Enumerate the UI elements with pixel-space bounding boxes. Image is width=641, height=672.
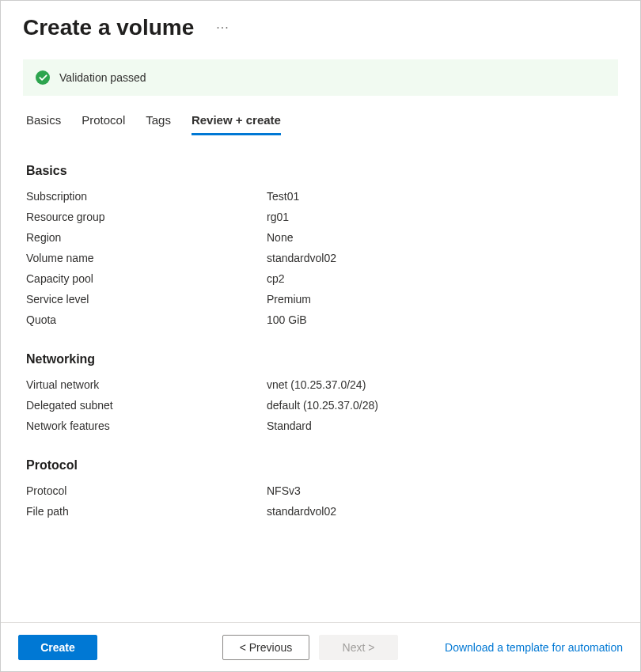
value-resource-group: rg01: [267, 211, 289, 223]
row-file-path: File path standardvol02: [26, 501, 615, 522]
row-protocol: Protocol NFSv3: [26, 480, 615, 501]
label-service-level: Service level: [26, 293, 267, 306]
value-virtual-network: vnet (10.25.37.0/24): [267, 378, 366, 391]
check-circle-icon: [36, 70, 50, 85]
section-title-basics: Basics: [26, 164, 615, 178]
row-quota: Quota 100 GiB: [26, 309, 615, 330]
label-protocol: Protocol: [26, 484, 267, 497]
value-service-level: Premium: [267, 293, 311, 306]
download-template-link[interactable]: Download a template for automation: [445, 641, 623, 654]
value-region: None: [267, 231, 293, 244]
page-title: Create a volume: [23, 15, 194, 40]
row-subscription: Subscription Test01: [26, 186, 615, 207]
label-virtual-network: Virtual network: [26, 378, 267, 391]
label-resource-group: Resource group: [26, 211, 267, 223]
value-network-features: Standard: [267, 420, 312, 432]
label-file-path: File path: [26, 505, 267, 518]
tab-bar: Basics Protocol Tags Review + create: [1, 96, 640, 135]
label-quota: Quota: [26, 313, 267, 326]
label-delegated-subnet: Delegated subnet: [26, 399, 267, 412]
validation-message: Validation passed: [59, 71, 146, 84]
value-capacity-pool: cp2: [267, 272, 285, 285]
row-delegated-subnet: Delegated subnet default (10.25.37.0/28): [26, 395, 615, 416]
value-delegated-subnet: default (10.25.37.0/28): [267, 399, 378, 412]
label-volume-name: Volume name: [26, 252, 267, 264]
value-protocol: NFSv3: [267, 484, 301, 497]
value-file-path: standardvol02: [267, 505, 336, 518]
row-virtual-network: Virtual network vnet (10.25.37.0/24): [26, 374, 615, 395]
validation-banner: Validation passed: [23, 59, 618, 96]
row-capacity-pool: Capacity pool cp2: [26, 268, 615, 289]
label-region: Region: [26, 231, 267, 244]
tab-basics[interactable]: Basics: [26, 113, 61, 135]
tab-tags[interactable]: Tags: [146, 113, 171, 135]
label-subscription: Subscription: [26, 190, 267, 203]
tab-review-create[interactable]: Review + create: [192, 113, 281, 135]
value-quota: 100 GiB: [267, 313, 307, 326]
next-button: Next >: [319, 635, 398, 660]
previous-button[interactable]: < Previous: [222, 635, 309, 660]
value-volume-name: standardvol02: [267, 252, 336, 264]
more-actions-icon[interactable]: ···: [216, 21, 229, 35]
tab-protocol[interactable]: Protocol: [82, 113, 125, 135]
row-region: Region None: [26, 227, 615, 248]
footer-bar: Create < Previous Next > Download a temp…: [1, 622, 640, 671]
label-network-features: Network features: [26, 420, 267, 432]
row-volume-name: Volume name standardvol02: [26, 248, 615, 268]
row-network-features: Network features Standard: [26, 416, 615, 436]
section-title-protocol: Protocol: [26, 458, 615, 473]
row-service-level: Service level Premium: [26, 289, 615, 309]
create-button[interactable]: Create: [18, 635, 97, 660]
section-title-networking: Networking: [26, 352, 615, 366]
label-capacity-pool: Capacity pool: [26, 272, 267, 285]
row-resource-group: Resource group rg01: [26, 207, 615, 227]
value-subscription: Test01: [267, 190, 299, 203]
